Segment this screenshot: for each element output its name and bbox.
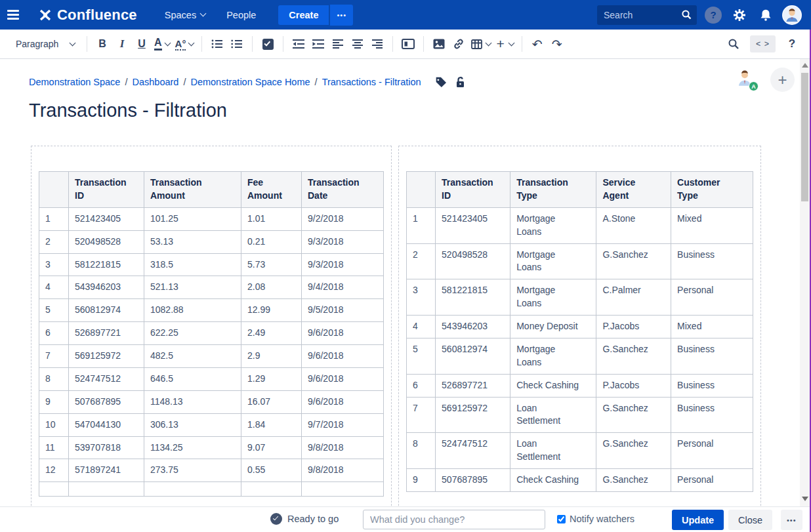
column-header[interactable]: Customer Type (671, 172, 753, 208)
table-cell[interactable]: 9/3/2018 (302, 230, 384, 253)
align-center-button[interactable] (348, 33, 367, 54)
table-cell[interactable]: 569125972 (69, 345, 144, 368)
table-cell[interactable]: Mixed (671, 207, 753, 243)
table-cell[interactable]: 1148.13 (144, 390, 241, 413)
table-cell[interactable]: 12 (39, 459, 69, 482)
scroll-up-arrow-icon[interactable] (802, 63, 808, 68)
column-header[interactable]: Service Agent (596, 172, 671, 208)
table-cell[interactable]: 9/8/2018 (302, 459, 384, 482)
table-cell[interactable]: 9/6/2018 (302, 322, 384, 345)
table-cell[interactable]: G.Sanchez (596, 338, 671, 374)
table-cell[interactable] (144, 482, 241, 497)
table-cell[interactable]: Business (671, 397, 753, 433)
bullet-list-button[interactable] (207, 33, 227, 54)
settings-button[interactable] (730, 5, 749, 25)
table-cell[interactable]: Money Deposit (510, 316, 596, 338)
outdent-button[interactable] (289, 33, 308, 54)
table-cell[interactable]: 9/8/2018 (302, 436, 384, 459)
labels-tag-icon[interactable] (434, 76, 446, 88)
redo-button[interactable]: ↷ (547, 33, 567, 54)
table-cell[interactable]: 11 (39, 436, 69, 459)
layout-column-right[interactable]: Transaction IDTransaction TypeService Ag… (398, 146, 761, 506)
align-right-button[interactable] (367, 33, 387, 54)
page-layout-button[interactable] (398, 33, 418, 54)
insert-image-button[interactable] (429, 33, 449, 54)
table-cell[interactable]: 9.07 (241, 436, 302, 459)
table-cell[interactable]: 560812974 (69, 299, 144, 322)
breadcrumb-link[interactable]: Transactions - Filtration (322, 77, 421, 87)
table-cell[interactable]: 569125972 (436, 397, 510, 433)
hamburger-menu-icon[interactable] (0, 0, 26, 30)
numbered-list-button[interactable] (227, 33, 247, 54)
task-list-button[interactable] (258, 33, 278, 54)
table-cell[interactable]: 7 (39, 345, 69, 368)
table-cell[interactable]: 521423405 (436, 207, 510, 243)
table-cell[interactable]: 524747512 (69, 367, 144, 390)
table-cell[interactable]: 2.08 (241, 276, 302, 299)
column-header[interactable]: Transaction ID (436, 172, 510, 208)
table-cell[interactable]: 1082.88 (144, 299, 241, 322)
contributor-avatar[interactable]: A (735, 68, 756, 90)
table-cell[interactable]: Mortgage Loans (510, 207, 596, 243)
table-cell[interactable]: 1.01 (241, 207, 302, 230)
align-left-button[interactable] (328, 33, 348, 54)
nav-item-spaces[interactable]: Spaces (154, 0, 216, 30)
table-cell[interactable]: 2.49 (241, 322, 302, 345)
editor-help-button[interactable]: ? (782, 33, 802, 54)
source-editor-button[interactable]: < > (750, 35, 776, 52)
table-cell[interactable]: 521.13 (144, 276, 241, 299)
table-cell[interactable]: G.Sanchez (596, 469, 671, 492)
table-cell[interactable]: 9/6/2018 (302, 390, 384, 413)
bold-button[interactable]: B (93, 33, 112, 54)
search-icon[interactable] (681, 9, 692, 20)
table-cell[interactable]: 306.13 (144, 413, 241, 436)
table-cell[interactable]: 53.13 (144, 230, 241, 253)
insert-link-button[interactable] (449, 33, 468, 54)
table-cell[interactable]: G.Sanchez (596, 433, 671, 469)
column-header[interactable] (39, 172, 69, 208)
table-cell[interactable]: 520498528 (69, 230, 144, 253)
column-header[interactable]: Fee Amount (241, 172, 302, 208)
table-cell[interactable] (241, 482, 302, 497)
column-header[interactable]: Transaction Date (302, 172, 384, 208)
more-formatting-button[interactable]: A° (173, 33, 197, 54)
table-cell[interactable]: 1134.25 (144, 436, 241, 459)
table-cell[interactable]: 3 (407, 279, 436, 316)
table-cell[interactable]: 482.5 (144, 345, 241, 368)
italic-button[interactable]: I (112, 33, 132, 54)
column-header[interactable]: Transaction Type (510, 172, 596, 208)
table-cell[interactable]: 6 (407, 374, 436, 397)
layout-column-left[interactable]: Transaction IDTransaction AmountFee Amou… (31, 146, 392, 506)
table-cell[interactable]: 9/7/2018 (302, 413, 384, 436)
insert-more-button[interactable]: + (493, 33, 516, 54)
table-cell[interactable]: 526897721 (436, 374, 510, 397)
table-cell[interactable]: Business (671, 243, 753, 279)
page-title[interactable]: Transactions - Filtration (29, 100, 227, 121)
text-color-button[interactable]: A (152, 33, 173, 54)
vertical-scrollbar[interactable] (800, 59, 810, 506)
change-comment-input[interactable] (363, 510, 545, 529)
table-cell[interactable]: Check Cashing (510, 374, 596, 397)
table-cell[interactable]: 646.5 (144, 367, 241, 390)
breadcrumb-link[interactable]: Dashboard (132, 77, 178, 87)
table-cell[interactable]: 9/2/2018 (302, 207, 384, 230)
table-cell[interactable]: 581221815 (69, 253, 144, 276)
table-cell[interactable]: 581221815 (436, 279, 510, 316)
table-cell[interactable]: 101.25 (144, 207, 241, 230)
table-cell[interactable]: 543946203 (436, 316, 510, 338)
table-cell[interactable] (302, 482, 384, 497)
table-cell[interactable]: 1 (407, 207, 436, 243)
table-cell[interactable]: 9/4/2018 (302, 276, 384, 299)
table-cell[interactable]: 9/6/2018 (302, 367, 384, 390)
table-cell[interactable]: 5 (407, 338, 436, 374)
table-cell[interactable]: 622.25 (144, 322, 241, 345)
table-cell[interactable]: 9/6/2018 (302, 345, 384, 368)
table-cell[interactable]: G.Sanchez (596, 243, 671, 279)
table-cell[interactable]: 0.55 (241, 459, 302, 482)
table-cell[interactable]: 524747512 (436, 433, 510, 469)
table-cell[interactable]: 2 (39, 230, 69, 253)
table-cell[interactable]: Mortgage Loans (510, 338, 596, 374)
table-cell[interactable]: 3 (39, 253, 69, 276)
column-header[interactable]: Transaction Amount (144, 172, 241, 208)
table-cell[interactable]: 521423405 (69, 207, 144, 230)
